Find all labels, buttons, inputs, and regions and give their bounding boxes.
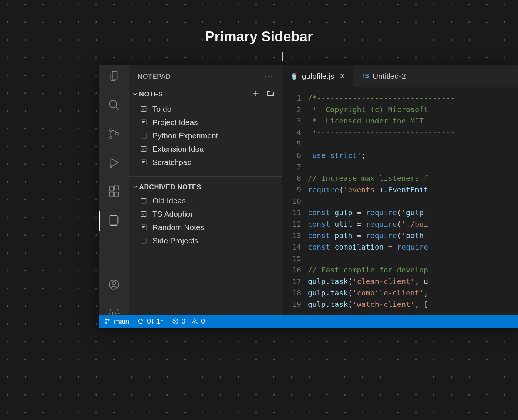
extensions-icon[interactable] (107, 185, 121, 198)
svg-rect-38 (141, 211, 146, 216)
status-bar: main 0↓ 1↑ 0 0 (99, 315, 518, 328)
svg-point-48 (105, 323, 107, 324)
svg-marker-5 (111, 159, 118, 167)
search-icon[interactable] (107, 98, 121, 112)
svg-rect-35 (141, 198, 146, 203)
svg-point-3 (110, 136, 112, 139)
tab-label: Untitled-2 (373, 72, 406, 81)
sync-count: 0↓ 1↑ (147, 317, 164, 325)
archived-list: Old Ideas TS Adoption Random Notes Side … (129, 193, 282, 253)
tab-untitled[interactable]: TS Untitled-2 (353, 65, 414, 87)
svg-rect-26 (141, 133, 146, 138)
svg-rect-10 (114, 186, 118, 190)
note-item[interactable]: Scratchpad (129, 156, 282, 169)
svg-rect-29 (141, 146, 146, 151)
code-editor[interactable]: 12345678910111213141516171819 /*--------… (282, 87, 518, 326)
activity-bar (99, 65, 129, 326)
note-item[interactable]: Python Experiment (129, 129, 282, 142)
ts-file-icon: TS (361, 73, 369, 79)
branch-indicator[interactable]: main (104, 317, 129, 325)
note-label: Scratchpad (152, 158, 192, 167)
svg-point-15 (112, 312, 116, 315)
svg-rect-41 (141, 225, 146, 230)
line-gutter: 12345678910111213141516171819 (282, 87, 308, 326)
note-item[interactable]: Random Notes (129, 221, 282, 234)
tab-gulpfile[interactable]: 🥤 gulpfile.js ✕ (282, 65, 353, 87)
close-icon[interactable]: ✕ (340, 72, 345, 80)
note-label: Side Projects (152, 236, 198, 245)
note-label: Extension Idea (152, 145, 204, 153)
section-title: ARCHIVED NOTES (139, 183, 201, 191)
note-item[interactable]: To do (129, 102, 282, 116)
notes-list: To do Project Ideas Python Experiment Ex… (129, 102, 282, 174)
section-archived-header[interactable]: ARCHIVED NOTES (129, 179, 282, 193)
accounts-icon[interactable] (107, 278, 121, 291)
note-label: TS Adoption (152, 210, 195, 219)
svg-rect-32 (141, 160, 146, 165)
notepad-icon[interactable] (107, 214, 121, 227)
explorer-icon[interactable] (107, 70, 121, 83)
primary-sidebar: NOTEPAD ··· NOTES To do Project Ideas Py… (129, 65, 282, 326)
note-label: Python Experiment (152, 131, 218, 140)
bracket-annotation (128, 52, 283, 61)
chevron-down-icon (132, 91, 139, 98)
source-control-icon[interactable] (107, 127, 121, 140)
warning-count: 0 (201, 317, 205, 325)
svg-rect-20 (141, 106, 146, 111)
section-title: NOTES (139, 91, 163, 98)
new-note-icon[interactable] (252, 89, 260, 99)
note-label: Random Notes (152, 223, 204, 232)
sync-indicator[interactable]: 0↓ 1↑ (137, 317, 164, 325)
svg-point-14 (112, 282, 116, 285)
gulp-file-icon: 🥤 (290, 72, 298, 80)
note-item[interactable]: TS Adoption (129, 207, 282, 221)
branch-name: main (114, 317, 129, 325)
svg-rect-7 (109, 187, 113, 191)
note-label: To do (152, 105, 171, 114)
note-item[interactable]: Old Ideas (129, 194, 282, 207)
error-count: 0 (182, 317, 186, 325)
note-item[interactable]: Extension Idea (129, 142, 282, 156)
run-debug-icon[interactable] (107, 156, 121, 169)
editor-tabs: 🥤 gulpfile.js ✕ TS Untitled-2 (282, 65, 518, 87)
page-title: Primary Sidebar (0, 29, 518, 45)
note-label: Old Ideas (152, 196, 186, 205)
errors-indicator[interactable]: 0 0 (172, 317, 205, 325)
svg-rect-11 (110, 216, 117, 225)
code-lines: /*------------------------------- * Copy… (308, 87, 455, 326)
svg-point-47 (105, 319, 107, 320)
svg-rect-9 (114, 192, 118, 196)
divider (129, 176, 282, 177)
note-item[interactable]: Side Projects (129, 234, 282, 247)
svg-rect-44 (141, 238, 146, 243)
chevron-down-icon (132, 183, 139, 191)
editor-area: 🥤 gulpfile.js ✕ TS Untitled-2 1234567891… (282, 65, 518, 326)
svg-point-2 (110, 129, 112, 132)
svg-line-1 (115, 106, 119, 110)
svg-rect-23 (141, 120, 146, 125)
svg-point-54 (195, 323, 195, 323)
svg-point-0 (109, 100, 117, 108)
svg-point-4 (116, 132, 118, 135)
new-folder-icon[interactable] (266, 89, 275, 99)
note-label: Project Ideas (152, 118, 198, 127)
svg-rect-8 (109, 192, 113, 196)
panel-title: NOTEPAD (138, 73, 171, 81)
section-notes-header[interactable]: NOTES (129, 85, 282, 102)
note-item[interactable]: Project Ideas (129, 116, 282, 129)
vscode-window: NOTEPAD ··· NOTES To do Project Ideas Py… (99, 65, 518, 326)
tab-label: gulpfile.js (302, 72, 334, 81)
panel-more-icon[interactable]: ··· (264, 72, 273, 81)
